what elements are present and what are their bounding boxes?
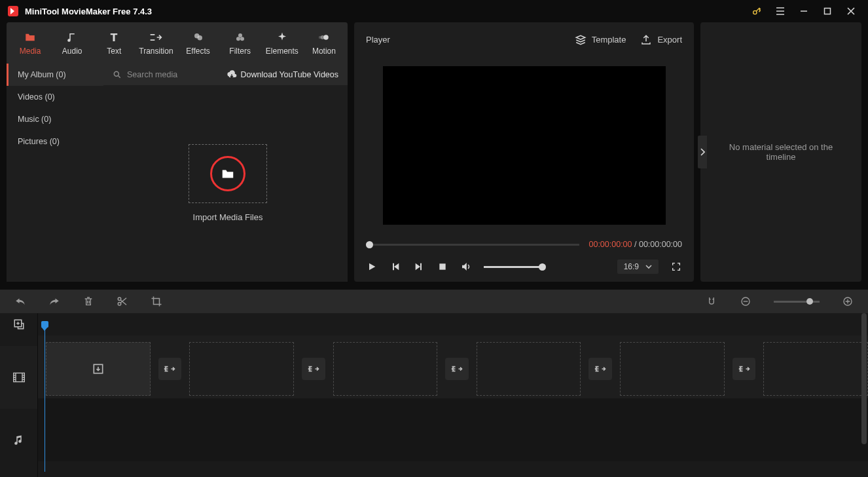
hamburger-menu-icon[interactable] [769, 0, 792, 22]
tab-audio[interactable]: Audio [51, 22, 93, 64]
clip-slot[interactable] [620, 342, 725, 396]
panel-collapse-button[interactable] [698, 136, 707, 168]
folder-import-icon [210, 156, 245, 191]
search-input[interactable]: Search media [127, 70, 177, 79]
cloud-download-icon [226, 70, 237, 79]
volume-slider[interactable] [484, 266, 543, 268]
audio-track[interactable] [38, 398, 868, 461]
search-row: Search media Download YouTube Videos [103, 64, 348, 85]
minimize-button[interactable] [792, 0, 816, 22]
volume-icon[interactable] [460, 261, 472, 273]
search-icon [113, 70, 122, 79]
aspect-ratio-label: 16:9 [624, 262, 639, 271]
tab-filters[interactable]: Filters [219, 22, 261, 64]
clip-slot[interactable] [763, 342, 868, 396]
export-icon [640, 34, 652, 46]
sidebar-item-my-album[interactable]: My Album (0) [7, 64, 103, 86]
next-frame-button[interactable] [413, 261, 425, 273]
svg-point-10 [114, 71, 118, 76]
sparkle-icon [276, 31, 289, 44]
tab-audio-label: Audio [62, 47, 82, 56]
transition-slot[interactable] [302, 358, 325, 380]
clip-slot[interactable] [189, 342, 294, 396]
stop-button[interactable] [437, 261, 448, 273]
clip-slot[interactable] [46, 342, 151, 396]
timeline-body[interactable] [38, 313, 868, 477]
import-media-button[interactable]: Import Media Files [189, 144, 267, 222]
motion-icon [317, 31, 331, 44]
download-youtube-link[interactable]: Download YouTube Videos [226, 70, 338, 79]
tab-transition[interactable]: Transition [135, 22, 177, 64]
svg-point-4 [238, 33, 242, 37]
add-track-button[interactable] [0, 313, 37, 335]
prev-frame-button[interactable] [389, 261, 401, 273]
tab-elements-label: Elements [266, 47, 298, 56]
svg-point-0 [753, 10, 757, 14]
tab-media-label: Media [20, 47, 41, 56]
timecode-total: 00:00:00:00 [639, 240, 682, 249]
aspect-ratio-select[interactable]: 16:9 [617, 259, 659, 274]
svg-rect-11 [439, 263, 445, 269]
sidebar-item-music[interactable]: Music (0) [9, 108, 103, 130]
tab-motion-label: Motion [312, 47, 336, 56]
sidebar-item-videos[interactable]: Videos (0) [9, 86, 103, 108]
svg-point-9 [319, 35, 322, 39]
tab-text[interactable]: Text [93, 22, 135, 64]
playhead[interactable] [45, 328, 45, 472]
tab-effects[interactable]: Effects [177, 22, 219, 64]
text-icon [107, 31, 120, 44]
tab-elements[interactable]: Elements [261, 22, 303, 64]
export-button[interactable]: Export [640, 34, 682, 46]
seek-slider[interactable] [366, 244, 579, 246]
clip-slot[interactable] [333, 342, 438, 396]
timecode-current: 00:00:00:00 [588, 240, 632, 249]
properties-panel: No material selected on the timeline [700, 22, 861, 282]
tab-filters-label: Filters [229, 47, 251, 56]
timeline-toolbar [0, 290, 868, 313]
transition-icon [149, 31, 162, 44]
play-button[interactable] [366, 261, 378, 273]
zoom-in-button[interactable] [842, 296, 854, 307]
folder-icon [24, 31, 37, 44]
tab-effects-label: Effects [186, 47, 209, 56]
template-button[interactable]: Template [575, 34, 626, 46]
tab-text-label: Text [107, 47, 121, 56]
main-tabs: Media Audio Text Transition [7, 22, 348, 64]
zoom-slider[interactable] [774, 301, 820, 303]
no-material-message: No material selected on the timeline [700, 142, 861, 162]
magnet-button[interactable] [706, 296, 717, 307]
clip-slot[interactable] [477, 342, 581, 396]
delete-button[interactable] [82, 296, 94, 307]
music-note-icon [65, 31, 79, 44]
upgrade-key-icon[interactable] [745, 0, 769, 22]
player-panel: Player Template Export [354, 22, 694, 282]
transition-slot[interactable] [158, 358, 182, 380]
redo-button[interactable] [48, 296, 60, 307]
svg-point-3 [197, 35, 202, 41]
timeline [0, 313, 868, 477]
svg-point-6 [240, 37, 244, 41]
video-track[interactable] [38, 335, 868, 398]
timeline-scrollbar[interactable] [861, 313, 867, 444]
tab-media[interactable]: Media [9, 22, 51, 64]
media-sidebar: My Album (0) Videos (0) Music (0) Pictur… [7, 64, 103, 282]
sidebar-item-pictures[interactable]: Pictures (0) [9, 130, 103, 153]
video-track-icon [0, 346, 37, 409]
zoom-out-button[interactable] [740, 296, 751, 307]
effects-icon [192, 31, 205, 44]
chevron-down-icon [645, 263, 652, 270]
transition-slot[interactable] [588, 358, 612, 380]
tab-motion[interactable]: Motion [303, 22, 345, 64]
split-button[interactable] [117, 296, 128, 307]
crop-button[interactable] [151, 296, 162, 307]
video-preview[interactable] [383, 66, 666, 225]
undo-button[interactable] [14, 296, 26, 307]
fullscreen-button[interactable] [670, 261, 682, 273]
maximize-button[interactable] [816, 0, 839, 22]
timecode: 00:00:00:00 / 00:00:00:00 [588, 240, 682, 249]
transition-slot[interactable] [445, 358, 469, 380]
close-button[interactable] [839, 0, 863, 22]
template-label: Template [592, 35, 626, 45]
transition-slot[interactable] [732, 358, 756, 380]
template-icon [575, 34, 587, 46]
